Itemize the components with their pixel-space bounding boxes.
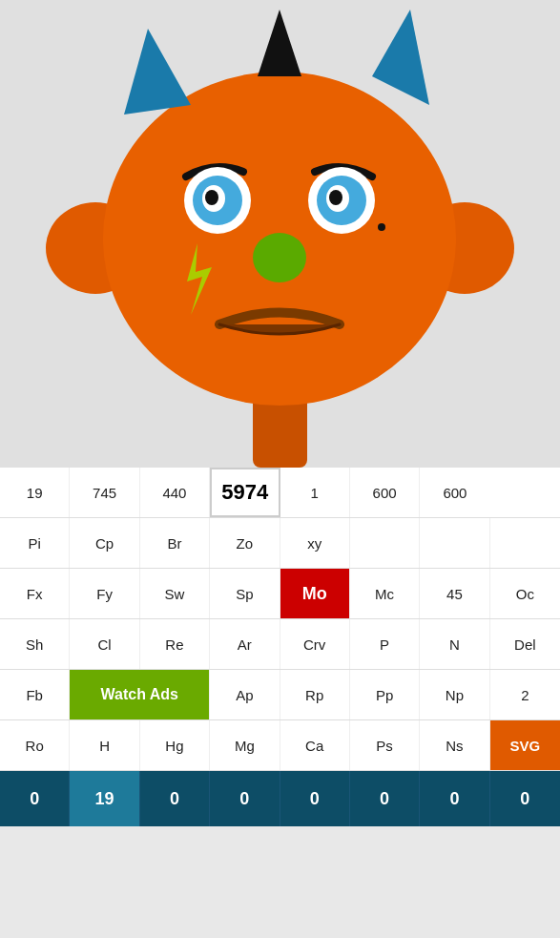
cell-n[interactable]: N — [420, 619, 489, 669]
bottom-cell-19[interactable]: 19 — [70, 771, 139, 826]
cell-empty-2 — [420, 518, 489, 568]
bottom-bar: 0 19 0 0 0 0 0 0 — [0, 771, 560, 826]
grid-row-5: Fb Watch Ads Ap Rp Pp Np 2 — [0, 670, 560, 720]
cell-745[interactable]: 745 — [70, 468, 139, 517]
cell-br[interactable]: Br — [140, 518, 210, 568]
cell-fx[interactable]: Fx — [0, 569, 70, 618]
svg-point-17 — [378, 223, 385, 231]
cell-ps[interactable]: Ps — [350, 720, 420, 770]
bottom-cell-2[interactable]: 0 — [140, 771, 210, 826]
cell-mc[interactable]: Mc — [350, 569, 420, 618]
cell-fb[interactable]: Fb — [0, 670, 70, 719]
cell-mg[interactable]: Mg — [210, 720, 280, 770]
cell-ap[interactable]: Ap — [210, 670, 280, 719]
bottom-cell-5[interactable]: 0 — [350, 771, 420, 826]
cell-600a[interactable]: 600 — [350, 468, 420, 517]
cell-pi[interactable]: Pi — [0, 518, 70, 568]
cell-440[interactable]: 440 — [140, 468, 210, 517]
cell-oc[interactable]: Oc — [490, 569, 560, 618]
cell-zo[interactable]: Zo — [210, 518, 280, 568]
cell-19[interactable]: 19 — [0, 468, 70, 517]
cell-2[interactable]: 2 — [490, 670, 560, 719]
cell-ns[interactable]: Ns — [420, 720, 489, 770]
cell-600b[interactable]: 600 — [420, 468, 489, 517]
cell-del[interactable]: Del — [490, 619, 560, 669]
cell-cp[interactable]: Cp — [70, 518, 139, 568]
watch-ads-button[interactable]: Watch Ads — [70, 670, 210, 719]
grid-row-4: Sh Cl Re Ar Crv P N Del — [0, 619, 560, 670]
grid-row-1: 19 745 440 5974 1 600 600 — [0, 468, 560, 518]
grid-area: 19 745 440 5974 1 600 600 Pi Cp Br Zo xy… — [0, 468, 560, 771]
cell-rp[interactable]: Rp — [280, 670, 350, 719]
bottom-cell-6[interactable]: 0 — [420, 771, 489, 826]
svg-point-16 — [253, 233, 306, 282]
cell-xy[interactable]: xy — [280, 518, 350, 568]
cell-cl[interactable]: Cl — [70, 619, 139, 669]
cell-sh[interactable]: Sh — [0, 619, 70, 669]
bottom-cell-3[interactable]: 0 — [210, 771, 280, 826]
svg-point-14 — [205, 190, 218, 205]
cell-45[interactable]: 45 — [420, 569, 489, 618]
cell-pp[interactable]: Pp — [350, 670, 420, 719]
bottom-cell-7[interactable]: 0 — [490, 771, 560, 826]
cell-p[interactable]: P — [350, 619, 420, 669]
cell-svg[interactable]: SVG — [490, 720, 560, 770]
cell-sw[interactable]: Sw — [140, 569, 210, 618]
cell-ro[interactable]: Ro — [0, 720, 70, 770]
cell-mo[interactable]: Mo — [280, 569, 350, 618]
bottom-cell-0[interactable]: 0 — [0, 771, 70, 826]
character-svg — [0, 0, 560, 468]
cell-sp[interactable]: Sp — [210, 569, 280, 618]
character-area — [0, 0, 560, 468]
cell-fy[interactable]: Fy — [70, 569, 139, 618]
cell-np[interactable]: Np — [420, 670, 489, 719]
cell-1[interactable]: 1 — [280, 468, 350, 517]
grid-row-3: Fx Fy Sw Sp Mo Mc 45 Oc — [0, 569, 560, 619]
cell-score[interactable]: 5974 — [210, 468, 280, 517]
cell-empty-1 — [350, 518, 420, 568]
cell-re[interactable]: Re — [140, 619, 210, 669]
bottom-cell-4[interactable]: 0 — [280, 771, 350, 826]
cell-ar[interactable]: Ar — [210, 619, 280, 669]
grid-row-6: Ro H Hg Mg Ca Ps Ns SVG — [0, 720, 560, 771]
cell-h[interactable]: H — [70, 720, 139, 770]
cell-crv[interactable]: Crv — [280, 619, 350, 669]
cell-empty-3 — [490, 518, 560, 568]
grid-row-2: Pi Cp Br Zo xy — [0, 518, 560, 569]
cell-ca[interactable]: Ca — [280, 720, 350, 770]
cell-hg[interactable]: Hg — [140, 720, 210, 770]
svg-point-15 — [329, 190, 342, 205]
